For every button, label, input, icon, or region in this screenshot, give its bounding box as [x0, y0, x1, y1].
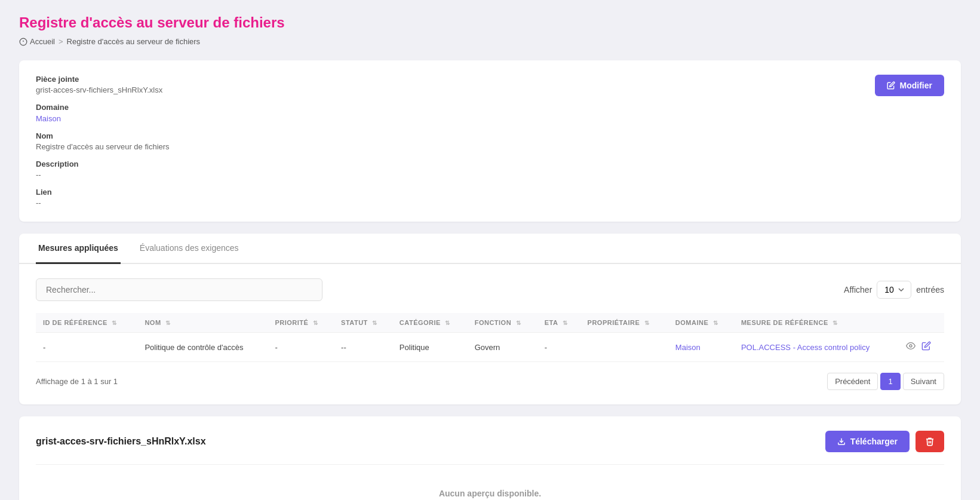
col-actions [899, 313, 944, 333]
page-1-button[interactable]: 1 [880, 373, 900, 390]
sort-icon-fonction: ⇅ [516, 320, 521, 326]
sort-icon-statut: ⇅ [372, 320, 377, 326]
entrees-label: entrées [916, 285, 944, 295]
col-id-ref[interactable]: ID DE RÉFÉRENCE ⇅ [36, 313, 137, 333]
cell-mesure-ref: POL.ACCESS - Access control policy [734, 333, 899, 362]
cell-id-ref: - [36, 333, 137, 362]
breadcrumb-home-link[interactable]: Accueil [19, 37, 55, 46]
file-name: grist-acces-srv-fichiers_sHnRlxY.xlsx [36, 436, 206, 447]
data-table: ID DE RÉFÉRENCE ⇅ NOM ⇅ PRIORITÉ ⇅ STA [36, 313, 944, 362]
col-domaine[interactable]: DOMAINE ⇅ [668, 313, 734, 333]
piece-jointe-value: grist-acces-srv-fichiers_sHnRlxY.xlsx [36, 85, 944, 94]
lien-label: Lien [36, 188, 944, 197]
col-priorite[interactable]: PRIORITÉ ⇅ [268, 313, 334, 333]
nom-value: Registre d'accès au serveur de fichiers [36, 142, 944, 151]
lien-value: -- [36, 198, 944, 207]
piece-jointe-label: Pièce jointe [36, 75, 944, 84]
next-page-button[interactable]: Suivant [903, 373, 944, 390]
description-field: Description -- [36, 159, 944, 179]
lien-field: Lien -- [36, 188, 944, 207]
tabs-body: Afficher 10 25 50 entrées ID DE RÉFÉRENC… [19, 264, 961, 404]
cell-nom: Politique de contrôle d'accès [137, 333, 268, 362]
cell-priorite: - [268, 333, 334, 362]
afficher-control: Afficher 10 25 50 entrées [844, 281, 944, 299]
col-fonction[interactable]: FONCTION ⇅ [468, 313, 537, 333]
home-icon [19, 38, 27, 46]
description-label: Description [36, 159, 944, 168]
domaine-link[interactable]: Maison [36, 114, 61, 123]
nom-field: Nom Registre d'accès au serveur de fichi… [36, 131, 944, 151]
modify-button[interactable]: Modifier [875, 75, 944, 96]
prev-page-button[interactable]: Précédent [827, 373, 878, 390]
download-icon [837, 437, 846, 446]
edit-row-icon[interactable] [921, 341, 931, 353]
info-card: Modifier Pièce jointe grist-acces-srv-fi… [19, 60, 961, 222]
afficher-label: Afficher [844, 285, 872, 295]
col-eta[interactable]: ETA ⇅ [537, 313, 580, 333]
breadcrumb-current: Registre d'accès au serveur de fichiers [67, 37, 201, 46]
nom-label: Nom [36, 131, 944, 140]
cell-categorie: Politique [392, 333, 468, 362]
view-row-icon[interactable] [906, 341, 916, 353]
no-preview-text: Aucun aperçu disponible. [439, 489, 541, 498]
cell-actions [899, 333, 944, 362]
search-input[interactable] [36, 278, 322, 301]
cell-fonction: Govern [468, 333, 537, 362]
cell-proprietaire [580, 333, 668, 362]
file-preview-area: Aucun aperçu disponible. [36, 464, 944, 500]
cell-statut: -- [334, 333, 392, 362]
tab-mesures[interactable]: Mesures appliquées [36, 234, 121, 264]
breadcrumb: Accueil > Registre d'accès au serveur de… [19, 37, 961, 46]
table-row: - Politique de contrôle d'accès - -- Pol… [36, 333, 944, 362]
page-title: Registre d'accès au serveur de fichiers [19, 14, 961, 31]
description-value: -- [36, 170, 944, 179]
sort-icon-nom: ⇅ [165, 320, 171, 326]
sort-icon-eta: ⇅ [563, 320, 568, 326]
cell-eta: - [537, 333, 580, 362]
col-nom[interactable]: NOM ⇅ [137, 313, 268, 333]
sort-icon-id-ref: ⇅ [112, 320, 117, 326]
sort-icon-categorie: ⇅ [445, 320, 450, 326]
sort-icon-domaine: ⇅ [713, 320, 718, 326]
download-button[interactable]: Télécharger [825, 431, 910, 452]
domaine-row-link[interactable]: Maison [675, 343, 701, 352]
tabs-header: Mesures appliquées Évaluations des exige… [19, 234, 961, 264]
sort-icon-mesure-ref: ⇅ [832, 320, 838, 326]
svg-point-1 [910, 345, 912, 347]
file-card: grist-acces-srv-fichiers_sHnRlxY.xlsx Té… [19, 416, 961, 500]
edit-icon [887, 81, 895, 90]
col-mesure-ref[interactable]: MESURE DE RÉFÉRENCE ⇅ [734, 313, 899, 333]
piece-jointe-field: Pièce jointe grist-acces-srv-fichiers_sH… [36, 75, 944, 94]
delete-button[interactable] [916, 431, 944, 452]
pagination: Précédent 1 Suivant [827, 373, 944, 390]
file-card-header: grist-acces-srv-fichiers_sHnRlxY.xlsx Té… [36, 431, 944, 452]
col-statut[interactable]: STATUT ⇅ [334, 313, 392, 333]
sort-icon-priorite: ⇅ [313, 320, 318, 326]
per-page-select[interactable]: 10 25 50 [877, 281, 911, 299]
table-footer: Affichage de 1 à 1 sur 1 Précédent 1 Sui… [36, 373, 944, 390]
col-categorie[interactable]: CATÉGORIE ⇅ [392, 313, 468, 333]
trash-icon [925, 437, 935, 446]
pagination-info: Affichage de 1 à 1 sur 1 [36, 377, 118, 386]
table-controls: Afficher 10 25 50 entrées [36, 278, 944, 301]
domaine-label: Domaine [36, 103, 944, 112]
sort-icon-proprietaire: ⇅ [644, 320, 650, 326]
file-actions: Télécharger [825, 431, 944, 452]
domaine-field: Domaine Maison [36, 103, 944, 123]
breadcrumb-separator: > [59, 37, 63, 46]
mesure-ref-link[interactable]: POL.ACCESS - Access control policy [741, 343, 870, 352]
col-proprietaire[interactable]: PROPRIÉTAIRE ⇅ [580, 313, 668, 333]
tabs-card: Mesures appliquées Évaluations des exige… [19, 234, 961, 404]
tab-evaluations[interactable]: Évaluations des exigences [137, 234, 241, 264]
cell-domaine: Maison [668, 333, 734, 362]
